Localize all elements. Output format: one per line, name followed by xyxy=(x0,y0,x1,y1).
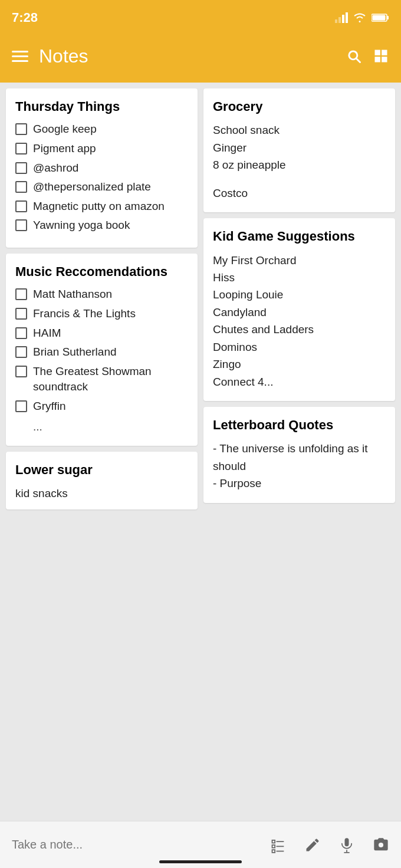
svg-point-20 xyxy=(379,842,383,847)
search-icon[interactable] xyxy=(346,48,362,64)
bottom-action-icons xyxy=(270,837,389,853)
note-line: Looping Louie xyxy=(213,286,386,303)
svg-rect-17 xyxy=(345,838,349,846)
list-item: HAIM xyxy=(15,326,188,341)
note-line: School snack xyxy=(213,121,386,139)
note-line: My First Orchard xyxy=(213,252,386,269)
note-line: 8 oz pineapple xyxy=(213,156,386,173)
svg-rect-1 xyxy=(338,17,341,23)
list-item: Google keep xyxy=(15,121,188,137)
status-icons xyxy=(335,12,389,23)
svg-rect-7 xyxy=(375,50,380,55)
note-line xyxy=(213,174,386,185)
checkbox[interactable] xyxy=(15,400,27,412)
note-grocery[interactable]: Grocery School snack Ginger 8 oz pineapp… xyxy=(203,88,395,212)
svg-rect-8 xyxy=(382,50,387,55)
header-right xyxy=(346,48,389,64)
note-line: Zingo xyxy=(213,356,386,373)
menu-button[interactable] xyxy=(12,51,28,62)
svg-rect-0 xyxy=(335,19,337,23)
checkbox[interactable] xyxy=(15,123,27,135)
checkbox[interactable] xyxy=(15,143,27,154)
notes-grid: Thursday Things Google keep Pigment app … xyxy=(0,83,401,515)
svg-rect-3 xyxy=(346,12,348,23)
svg-rect-9 xyxy=(375,57,380,62)
svg-rect-10 xyxy=(382,57,387,62)
svg-rect-6 xyxy=(373,15,386,21)
svg-rect-5 xyxy=(387,16,389,19)
note-line: Candyland xyxy=(213,304,386,321)
note-body: Google keep Pigment app @ashrod @thepers… xyxy=(15,121,188,234)
checkbox[interactable] xyxy=(15,162,27,174)
notes-col-right: Grocery School snack Ginger 8 oz pineapp… xyxy=(203,88,395,503)
note-letterboard-quotes[interactable]: Letterboard Quotes - The universe is unf… xyxy=(203,407,395,503)
status-bar: 7:28 xyxy=(0,0,401,35)
list-item: @thepersonalized plate xyxy=(15,179,188,195)
note-title: Music Reccomendations xyxy=(15,264,188,280)
note-title: Kid Game Suggestions xyxy=(213,229,386,244)
note-body: kid snacks xyxy=(15,485,188,502)
checklist-icon[interactable] xyxy=(270,837,287,853)
checkbox[interactable] xyxy=(15,181,27,193)
list-item: Yawning yoga book xyxy=(15,218,188,234)
note-lower-sugar[interactable]: Lower sugar kid snacks xyxy=(6,452,198,509)
camera-icon[interactable] xyxy=(373,837,389,853)
note-line: Hiss xyxy=(213,269,386,286)
note-body: School snack Ginger 8 oz pineapple Costc… xyxy=(213,121,386,202)
note-title: Grocery xyxy=(213,99,386,114)
list-item: The Greatest Showman soundtrack xyxy=(15,364,188,395)
notes-col-left: Thursday Things Google keep Pigment app … xyxy=(6,88,198,509)
wifi-icon xyxy=(353,12,367,23)
checkbox[interactable] xyxy=(15,327,27,339)
note-music-recommendations[interactable]: Music Reccomendations Matt Nathanson Fra… xyxy=(6,254,198,446)
note-line: - The universe is unfolding as it should xyxy=(213,440,386,475)
battery-icon xyxy=(372,13,389,22)
mic-icon[interactable] xyxy=(338,837,355,853)
svg-rect-15 xyxy=(272,850,275,853)
note-kid-game-suggestions[interactable]: Kid Game Suggestions My First Orchard Hi… xyxy=(203,218,395,401)
svg-rect-2 xyxy=(342,15,344,23)
checkbox[interactable] xyxy=(15,346,27,358)
note-line: Chutes and Ladders xyxy=(213,321,386,338)
home-indicator xyxy=(159,860,242,863)
checkbox[interactable] xyxy=(15,288,27,300)
note-line: Dominos xyxy=(213,338,386,356)
list-item: Brian Sutherland xyxy=(15,344,188,360)
view-toggle-icon[interactable] xyxy=(373,48,389,64)
note-line: Ginger xyxy=(213,139,386,156)
list-item: Matt Nathanson xyxy=(15,287,188,303)
note-title: Thursday Things xyxy=(15,99,188,114)
checkbox[interactable] xyxy=(15,366,27,377)
signal-icon xyxy=(335,12,348,23)
list-item: Pigment app xyxy=(15,141,188,157)
note-line: Costco xyxy=(213,185,386,202)
note-line: - Purpose xyxy=(213,475,386,492)
list-item: @ashrod xyxy=(15,160,188,176)
checkbox[interactable] xyxy=(15,200,27,212)
page-title: Notes xyxy=(39,45,88,67)
list-item: Magnetic putty on amazon xyxy=(15,199,188,215)
status-time: 7:28 xyxy=(12,10,38,25)
list-item: Gryffin xyxy=(15,399,188,415)
note-body: My First Orchard Hiss Looping Louie Cand… xyxy=(213,252,386,391)
note-body: - The universe is unfolding as it should… xyxy=(213,440,386,492)
list-item: Francis & The Lights xyxy=(15,306,188,322)
app-header: Notes xyxy=(0,35,401,83)
svg-rect-13 xyxy=(272,845,275,848)
note-thursday-things[interactable]: Thursday Things Google keep Pigment app … xyxy=(6,88,198,248)
note-title: Letterboard Quotes xyxy=(213,417,386,433)
pencil-icon[interactable] xyxy=(304,837,321,853)
note-body: Matt Nathanson Francis & The Lights HAIM… xyxy=(15,287,188,435)
svg-rect-11 xyxy=(272,840,275,843)
note-line: Connect 4... xyxy=(213,373,386,390)
checkbox[interactable] xyxy=(15,308,27,320)
note-ellipsis: ... xyxy=(15,418,188,435)
checkbox[interactable] xyxy=(15,219,27,231)
take-note-input[interactable] xyxy=(12,838,270,851)
note-title: Lower sugar xyxy=(15,462,188,478)
header-left: Notes xyxy=(12,45,88,67)
